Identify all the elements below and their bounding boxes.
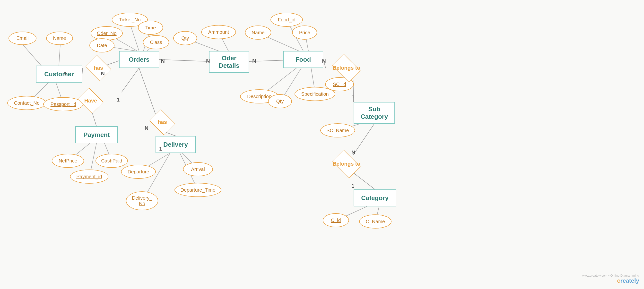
creately-brand: c [617, 277, 620, 284]
attr-class: Class [143, 35, 169, 49]
card-9: N [322, 58, 326, 64]
card-12: 1 [352, 183, 354, 189]
attr-date: Date [90, 38, 114, 52]
svg-line-25 [353, 124, 374, 155]
rel-belongs2: Belongs to [328, 155, 365, 172]
svg-line-11 [159, 59, 209, 61]
card-1: 1 [64, 70, 67, 77]
entity-sub-category: Sub Category [354, 102, 395, 124]
svg-line-29 [122, 68, 139, 92]
attr-delivery-no: Delivery_No [126, 191, 158, 210]
card-6: 1 [117, 97, 120, 103]
card-4: N [206, 58, 210, 64]
card-7: N [144, 125, 148, 131]
attr-contact-no: Contact_No [7, 96, 46, 110]
attr-sc-name: SC_Name [320, 123, 355, 137]
card-10: 1 [352, 93, 354, 100]
entity-category: Category [354, 189, 396, 206]
svg-line-26 [353, 172, 375, 189]
attr-oder-no: Oder_No [91, 26, 123, 40]
rel-belongs1: Belongs to [328, 59, 365, 76]
attr-ammount: Ammount [201, 25, 236, 39]
entity-order-details: Oder Details [209, 51, 249, 73]
attr-departure: Departure [121, 165, 156, 179]
entity-orders: Orders [119, 51, 159, 68]
attr-price: Price [292, 25, 317, 39]
entity-customer: Customer [36, 66, 82, 83]
attr-time: Time [138, 21, 163, 35]
watermark: www.creately.com • Online Diagramming cr… [582, 274, 639, 284]
entity-payment: Payment [75, 126, 118, 143]
card-5: N [252, 58, 256, 64]
rel-have: Have [75, 92, 106, 109]
attr-cash-paid: CashPaid [96, 154, 128, 168]
card-3: N [161, 58, 165, 64]
attr-qty-food: Qty [268, 94, 292, 108]
attr-payment-id: Payment_id [70, 170, 108, 184]
attr-departure-time: Departure_Time [174, 183, 222, 197]
svg-line-34 [139, 68, 156, 114]
attr-net-price: NetPrice [52, 154, 84, 168]
attr-qty-order: Qty [173, 31, 197, 45]
attr-arrival: Arrival [183, 162, 213, 176]
rel-has1: has [83, 59, 114, 76]
er-diagram: Customer Orders Oder Details Food Sub Ca… [0, 0, 644, 289]
attr-c-name: C_Name [359, 215, 392, 229]
attr-c-id: C_id [323, 213, 349, 227]
attr-email: Email [8, 31, 36, 45]
attr-name-cust: Name [46, 31, 73, 45]
card-8: 1 [159, 146, 162, 152]
card-11: N [352, 149, 355, 156]
entity-food: Food [283, 51, 323, 68]
rel-has2: has [146, 114, 178, 131]
card-2: N [101, 70, 105, 77]
attr-name-food: Name [245, 25, 271, 39]
attr-food-id: Food_id [270, 13, 303, 27]
